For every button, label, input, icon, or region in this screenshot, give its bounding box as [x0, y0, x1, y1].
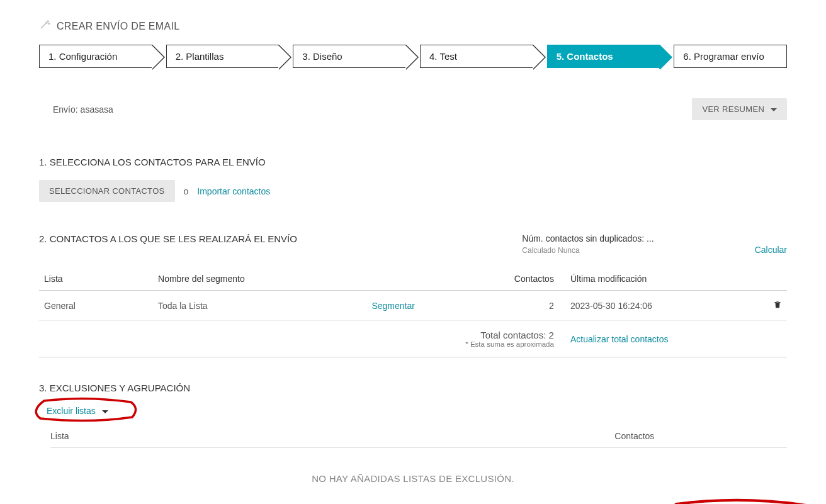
- envio-row: Envío: asasasa VER RESUMEN: [39, 98, 787, 120]
- col-ultima: Última modificación: [559, 267, 759, 291]
- excl-col-contactos: Contactos: [73, 425, 787, 448]
- step-contactos[interactable]: 5. Contactos: [547, 45, 660, 68]
- exclusion-empty-message: NO HAY AÑADIDAS LISTAS DE EXCLUSIÓN.: [39, 473, 787, 484]
- section3-heading: 3. EXCLUSIONES Y AGRUPACIÓN: [39, 383, 787, 393]
- cell-contactos: 2: [467, 291, 559, 321]
- svg-point-0: [48, 21, 49, 22]
- svg-point-1: [48, 23, 50, 25]
- col-segmento: Nombre del segmento: [153, 267, 366, 291]
- section1-heading: 1. SELECCIONA LOS CONTACTOS PARA EL ENVÍ…: [39, 157, 787, 167]
- trash-icon[interactable]: [773, 301, 782, 311]
- exclusion-table: Lista Contactos: [50, 425, 787, 448]
- col-segmentar: [366, 267, 466, 291]
- step-test[interactable]: 4. Test: [420, 45, 533, 68]
- step-plantillas[interactable]: 2. Plantillas: [166, 45, 280, 68]
- importar-contactos-link[interactable]: Importar contactos: [197, 186, 270, 196]
- section2-heading: 2. CONTACTOS A LOS QUE SE LES REALIZARÁ …: [39, 233, 297, 255]
- calcular-link[interactable]: Calcular: [755, 245, 787, 255]
- excl-col-lista: Lista: [50, 425, 73, 448]
- annotation-circle: [657, 498, 826, 504]
- step-configuracion[interactable]: 1. Configuración: [39, 45, 152, 68]
- cell-segmento: Toda la Lista: [153, 291, 366, 321]
- section1-actions: SELECCIONAR CONTACTOS o Importar contact…: [39, 180, 787, 202]
- or-separator: o: [184, 186, 189, 196]
- excluir-listas-dropdown[interactable]: Excluir listas: [47, 406, 108, 416]
- col-contactos: Contactos: [467, 267, 559, 291]
- table-row: General Toda la Lista Segmentar 2 2023-0…: [39, 291, 787, 321]
- contacts-table: Lista Nombre del segmento Contactos Últi…: [39, 267, 787, 357]
- totals-row: Total contactos: 2 * Esta suma es aproxi…: [39, 321, 787, 357]
- wand-icon: [39, 19, 50, 33]
- envio-name: Envío: asasasa: [53, 104, 113, 115]
- cell-ultima: 2023-05-30 16:24:06: [559, 291, 759, 321]
- step-diseno[interactable]: 3. Diseño: [293, 45, 406, 68]
- seleccionar-contactos-button[interactable]: SELECCIONAR CONTACTOS: [39, 180, 175, 202]
- annotation-circle: [31, 397, 140, 422]
- page-title: CREAR ENVÍO DE EMAIL: [57, 21, 179, 32]
- col-actions: [759, 267, 787, 291]
- page-header: CREAR ENVÍO DE EMAIL: [39, 19, 787, 33]
- ver-resumen-button[interactable]: VER RESUMEN: [692, 98, 787, 120]
- chevron-down-icon: [771, 108, 777, 111]
- actualizar-total-link[interactable]: Actualizar total contactos: [570, 334, 669, 344]
- segmentar-link[interactable]: Segmentar: [371, 301, 414, 311]
- section2-header: 2. CONTACTOS A LOS QUE SE LES REALIZARÁ …: [39, 233, 787, 255]
- cell-lista: General: [39, 291, 153, 321]
- section2-num-contacts: Núm. contactos sin duplicados: ... Calcu…: [522, 233, 653, 255]
- step-programar-envio[interactable]: 6. Programar envío: [674, 45, 787, 68]
- col-lista: Lista: [39, 267, 153, 291]
- wizard-stepper: 1. Configuración 2. Plantillas 3. Diseño…: [39, 45, 787, 68]
